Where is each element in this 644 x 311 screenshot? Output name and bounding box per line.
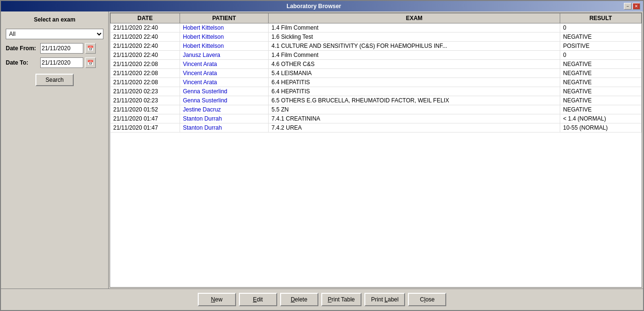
cell-exam: 6.4 HEPATITIS — [269, 78, 560, 87]
cell-patient: Stanton Durrah — [180, 123, 269, 133]
edit-button[interactable]: Edit — [239, 293, 277, 306]
cell-patient: Genna Susterlind — [180, 87, 269, 96]
col-patient: PATIENT — [180, 13, 269, 23]
cell-result: NEGATIVE — [560, 96, 642, 105]
cell-result: NEGATIVE — [560, 105, 642, 114]
date-from-row: Date From: 📅 — [6, 43, 103, 54]
search-button-label: Search — [45, 77, 64, 83]
table-header: DATE PATIENT EXAM RESULT — [111, 13, 642, 23]
close-button-label: Close — [420, 296, 435, 303]
cell-result: 0 — [560, 51, 642, 60]
search-button[interactable]: Search — [35, 74, 74, 86]
date-from-input[interactable] — [40, 43, 83, 54]
cell-result: NEGATIVE — [560, 87, 642, 96]
content-area: Select an exam All Date From: 📅 Date To:… — [1, 11, 643, 289]
date-from-label: Date From: — [6, 45, 38, 52]
cell-result: 0 — [560, 23, 642, 33]
print-label-button-label: Print Label — [371, 296, 398, 303]
window-controls: − ✕ — [624, 3, 640, 10]
cell-patient: Stanton Durrah — [180, 114, 269, 123]
cell-exam: 5.5 ZN — [269, 105, 560, 114]
date-to-calendar-button[interactable]: 📅 — [85, 57, 96, 68]
calendar-to-icon: 📅 — [87, 60, 94, 66]
results-table: DATE PATIENT EXAM RESULT 21/11/2020 22:4… — [110, 13, 642, 133]
cell-date: 21/11/2020 22:40 — [111, 33, 180, 42]
date-to-row: Date To: 📅 — [6, 57, 103, 68]
cell-patient: Jestine Dacruz — [180, 105, 269, 114]
table-row[interactable]: 21/11/2020 22:40Janusz Lavera1.4 Film Co… — [111, 51, 642, 60]
new-button[interactable]: New — [198, 293, 236, 306]
exam-select[interactable]: All — [6, 29, 103, 39]
cell-exam: 1.4 Film Comment — [269, 51, 560, 60]
cell-patient: Hobert Kittelson — [180, 23, 269, 33]
cell-exam: 1.4 Film Comment — [269, 23, 560, 33]
close-button[interactable]: Close — [408, 293, 446, 306]
cell-exam: 4.6 OTHER C&S — [269, 60, 560, 69]
cell-patient: Genna Susterlind — [180, 96, 269, 105]
new-button-label: New — [211, 296, 223, 303]
table-row[interactable]: 21/11/2020 01:47Stanton Durrah7.4.2 UREA… — [111, 123, 642, 133]
edit-button-label: Edit — [253, 296, 263, 303]
cell-patient: Vincent Arata — [180, 69, 269, 78]
cell-date: 21/11/2020 01:47 — [111, 114, 180, 123]
print-label-button[interactable]: Print Label — [364, 293, 405, 306]
table-row[interactable]: 21/11/2020 01:47Stanton Durrah7.4.1 CREA… — [111, 114, 642, 123]
exam-select-wrapper: All — [6, 29, 103, 39]
cell-exam: 6.4 HEPATITIS — [269, 87, 560, 96]
cell-result: NEGATIVE — [560, 33, 642, 42]
cell-exam: 4.1 CULTURE AND SENSITIVITY (C&S) FOR HA… — [269, 42, 560, 51]
title-bar: Laboratory Browser − ✕ — [1, 1, 643, 11]
date-from-calendar-button[interactable]: 📅 — [85, 43, 96, 54]
col-exam: EXAM — [269, 13, 560, 23]
cell-patient: Janusz Lavera — [180, 51, 269, 60]
cell-exam: 6.5 OTHERS E.G BRUCELLA, RHEUMATOID FACT… — [269, 96, 560, 105]
cell-exam: 5.4 LEISMANIA — [269, 69, 560, 78]
cell-patient: Vincent Arata — [180, 78, 269, 87]
cell-exam: 1.6 Sickling Test — [269, 33, 560, 42]
cell-date: 21/11/2020 22:08 — [111, 60, 180, 69]
close-window-button[interactable]: ✕ — [633, 3, 640, 10]
cell-result: NEGATIVE — [560, 78, 642, 87]
table-row[interactable]: 21/11/2020 22:40Hobert Kittelson4.1 CULT… — [111, 42, 642, 51]
table-area: DATE PATIENT EXAM RESULT 21/11/2020 22:4… — [110, 12, 642, 288]
delete-button[interactable]: Delete — [280, 293, 318, 306]
cell-exam: 7.4.2 UREA — [269, 123, 560, 133]
col-result: RESULT — [560, 13, 642, 23]
minimize-button[interactable]: − — [624, 3, 632, 10]
table-row[interactable]: 21/11/2020 22:08Vincent Arata5.4 LEISMAN… — [111, 69, 642, 78]
print-table-button-label: Print Table — [328, 296, 355, 303]
table-row[interactable]: 21/11/2020 22:08Vincent Arata4.6 OTHER C… — [111, 60, 642, 69]
print-table-button[interactable]: Print Table — [321, 293, 362, 306]
cell-date: 21/11/2020 01:47 — [111, 123, 180, 133]
date-to-label: Date To: — [6, 59, 38, 66]
cell-date: 21/11/2020 22:40 — [111, 51, 180, 60]
cell-date: 21/11/2020 22:08 — [111, 78, 180, 87]
cell-result: POSITIVE — [560, 42, 642, 51]
cell-patient: Hobert Kittelson — [180, 42, 269, 51]
cell-result: NEGATIVE — [560, 69, 642, 78]
main-window: Laboratory Browser − ✕ Select an exam Al… — [0, 0, 644, 311]
cell-result: < 1.4 (NORMAL) — [560, 114, 642, 123]
window-title: Laboratory Browser — [4, 3, 624, 10]
table-row[interactable]: 21/11/2020 01:52Jestine Dacruz5.5 ZNNEGA… — [111, 105, 642, 114]
table-row[interactable]: 21/11/2020 22:08Vincent Arata6.4 HEPATIT… — [111, 78, 642, 87]
cell-result: NEGATIVE — [560, 60, 642, 69]
table-body: 21/11/2020 22:40Hobert Kittelson1.4 Film… — [111, 23, 642, 133]
table-row[interactable]: 21/11/2020 02:23Genna Susterlind6.5 OTHE… — [111, 96, 642, 105]
cell-exam: 7.4.1 CREATININA — [269, 114, 560, 123]
cell-date: 21/11/2020 01:52 — [111, 105, 180, 114]
sidebar: Select an exam All Date From: 📅 Date To:… — [1, 11, 109, 289]
cell-date: 21/11/2020 22:40 — [111, 42, 180, 51]
cell-patient: Hobert Kittelson — [180, 33, 269, 42]
cell-date: 21/11/2020 02:23 — [111, 96, 180, 105]
footer: New Edit Delete Print Table Print Label … — [1, 289, 643, 310]
date-to-input[interactable] — [40, 57, 83, 68]
table-row[interactable]: 21/11/2020 02:23Genna Susterlind6.4 HEPA… — [111, 87, 642, 96]
delete-button-label: Delete — [291, 296, 307, 303]
table-row[interactable]: 21/11/2020 22:40Hobert Kittelson1.4 Film… — [111, 23, 642, 33]
cell-date: 21/11/2020 22:08 — [111, 69, 180, 78]
table-row[interactable]: 21/11/2020 22:40Hobert Kittelson1.6 Sick… — [111, 33, 642, 42]
sidebar-title: Select an exam — [6, 16, 103, 23]
cell-patient: Vincent Arata — [180, 60, 269, 69]
col-date: DATE — [111, 13, 180, 23]
